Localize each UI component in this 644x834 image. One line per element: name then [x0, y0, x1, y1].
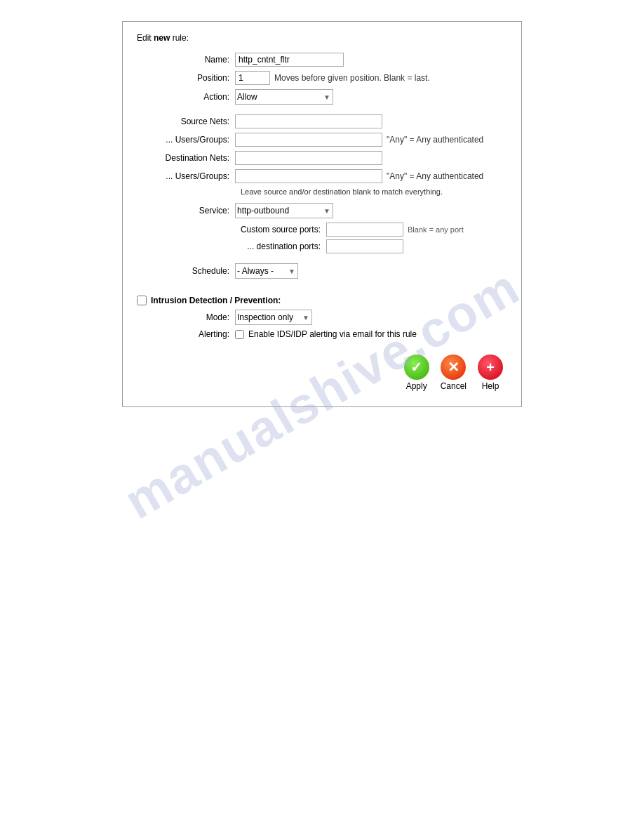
custom-src-ports-hint: Blank = any port [408, 225, 464, 234]
source-nets-row: Source Nets: [137, 114, 507, 128]
service-select[interactable]: http-outbound any http https [235, 203, 333, 218]
idp-alerting-row: Alerting: Enable IDS/IDP alerting via em… [151, 329, 507, 339]
name-input[interactable] [235, 53, 344, 67]
help-icon: + [478, 355, 503, 380]
position-row: Position: Moves before given position. B… [137, 71, 507, 85]
idp-alerting-label: Alerting: [151, 329, 235, 339]
apply-button[interactable]: ✓ Apply [400, 353, 434, 392]
source-users-row: ... Users/Groups: "Any" = Any authentica… [137, 133, 507, 147]
dest-nets-row: Destination Nets: [137, 151, 507, 165]
source-nets-label: Source Nets: [137, 117, 235, 126]
title-suffix: rule: [170, 33, 189, 43]
help-button[interactable]: + Help [474, 353, 507, 392]
idp-alerting-text: Enable IDS/IDP alerting via email for th… [248, 329, 417, 339]
idp-checkbox[interactable] [137, 296, 147, 305]
service-row: Service: http-outbound any http https ▼ [137, 203, 507, 218]
source-users-label: ... Users/Groups: [137, 135, 235, 145]
custom-src-ports-input[interactable] [326, 223, 403, 237]
leave-blank-note: Leave source and/or destination blank to… [241, 187, 507, 196]
source-users-hint: "Any" = Any authenticated [387, 135, 483, 145]
form-panel: Edit new rule: Name: Position: Moves bef… [122, 21, 522, 407]
custom-dst-ports-input[interactable] [326, 239, 403, 253]
dest-nets-input[interactable] [235, 151, 382, 165]
cancel-label: Cancel [441, 381, 467, 391]
position-hint: Moves before given position. Blank = las… [274, 73, 430, 83]
title-prefix: Edit [137, 33, 154, 43]
position-input[interactable] [235, 71, 270, 85]
service-label: Service: [137, 206, 235, 216]
button-row: ✓ Apply ✕ Cancel + Help [137, 353, 507, 392]
apply-label: Apply [406, 381, 427, 391]
idp-title: Intrusion Detection / Prevention: [151, 296, 281, 305]
name-label: Name: [137, 55, 235, 65]
name-row: Name: [137, 53, 507, 67]
dest-nets-label: Destination Nets: [137, 153, 235, 163]
source-users-input[interactable] [235, 133, 382, 147]
help-label: Help [482, 381, 499, 391]
idp-mode-select[interactable]: Inspection only Prevention [235, 310, 312, 325]
idp-alerting-checkbox[interactable] [235, 330, 244, 339]
source-nets-input[interactable] [235, 114, 382, 128]
idp-header: Intrusion Detection / Prevention: [137, 296, 507, 305]
title-bold: new [154, 33, 170, 43]
dest-users-hint: "Any" = Any authenticated [387, 171, 483, 181]
action-label: Action: [137, 92, 235, 102]
position-label: Position: [137, 73, 235, 83]
action-row: Action: Allow Deny Drop ▼ [137, 89, 507, 105]
dest-users-input[interactable] [235, 169, 382, 183]
cancel-icon: ✕ [441, 355, 466, 380]
apply-icon: ✓ [404, 355, 429, 380]
custom-dst-ports-label: ... destination ports: [235, 241, 326, 251]
panel-title: Edit new rule: [137, 33, 507, 43]
idp-mode-row: Mode: Inspection only Prevention ▼ [151, 310, 507, 325]
dest-users-row: ... Users/Groups: "Any" = Any authentica… [137, 169, 507, 183]
schedule-select[interactable]: - Always - [235, 263, 298, 279]
dest-users-label: ... Users/Groups: [137, 171, 235, 181]
idp-section: Intrusion Detection / Prevention: Mode: … [137, 296, 507, 339]
idp-mode-label: Mode: [151, 312, 235, 322]
schedule-row: Schedule: - Always - ▼ [137, 263, 507, 279]
custom-src-ports-label: Custom source ports: [235, 225, 326, 234]
cancel-button[interactable]: ✕ Cancel [436, 353, 471, 392]
idp-rows: Mode: Inspection only Prevention ▼ Alert… [151, 310, 507, 339]
schedule-label: Schedule: [137, 266, 235, 276]
action-select[interactable]: Allow Deny Drop [235, 89, 333, 105]
